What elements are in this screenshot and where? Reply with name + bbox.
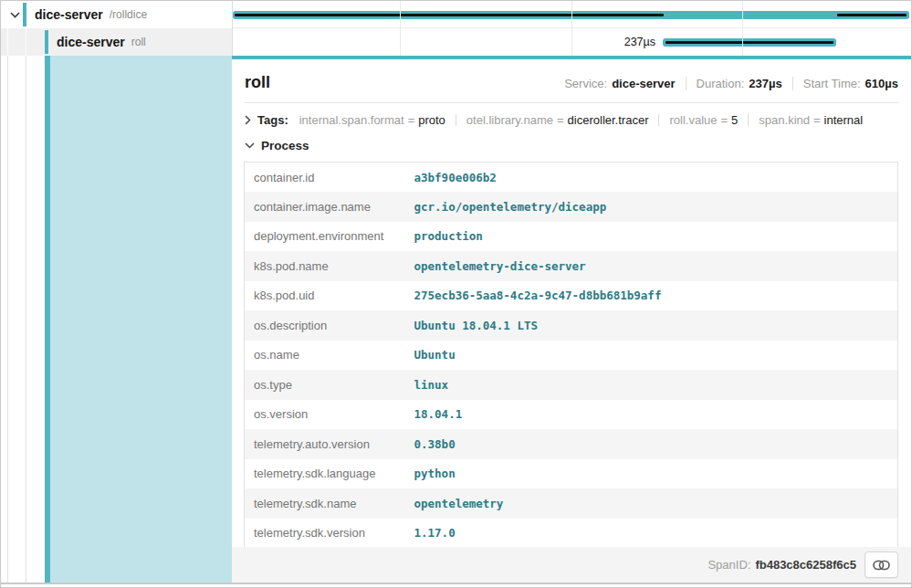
table-row: os.typelinux	[245, 370, 898, 400]
process-value: 1.17.0	[405, 519, 898, 549]
timeline-gridline	[571, 1, 572, 56]
table-row: os.version18.04.1	[245, 400, 898, 430]
service-value: dice-server	[612, 77, 675, 90]
tag-value: internal	[824, 113, 864, 127]
process-value: 0.38b0	[405, 429, 898, 459]
tag-item: otel.library.name=diceroller.tracer	[446, 113, 649, 127]
tag-equals: =	[813, 113, 821, 127]
process-key: k8s.pod.uid	[245, 281, 405, 311]
tag-key: internal.span.format	[299, 113, 404, 127]
tag-value: proto	[418, 113, 446, 127]
process-key: os.version	[245, 400, 405, 430]
process-section-label: Process	[261, 139, 309, 152]
tags-list: internal.span.format=proto otel.library.…	[299, 113, 864, 127]
span-detail-panel: roll Service: dice-server Duration: 237µ…	[232, 59, 911, 583]
link-icon	[873, 560, 890, 571]
tag-item: roll.value=5	[648, 113, 738, 127]
spanid-label: SpanID:	[708, 558, 750, 572]
timeline-gridline	[742, 1, 743, 56]
spanid-value: fb483c8c6258f6c5	[755, 558, 856, 572]
span-color-bar	[45, 30, 48, 54]
start-time-value: 610µs	[865, 77, 898, 90]
process-key: telemetry.sdk.language	[245, 459, 405, 489]
process-value: linux	[405, 370, 898, 400]
column-divider	[232, 1, 233, 56]
panel-bottom-border	[1, 583, 911, 584]
process-value: gcr.io/opentelemetry/diceapp	[405, 192, 898, 222]
process-key: container.id	[245, 163, 405, 193]
process-key: telemetry.auto.version	[245, 429, 405, 459]
tag-item: span.kind=internal	[738, 113, 863, 127]
process-key: os.description	[245, 310, 405, 341]
trace-row-roll[interactable]: dice-server roll 237µs	[1, 28, 911, 56]
table-row: k8s.pod.nameopentelemetry-dice-server	[245, 251, 898, 281]
span-bar-self-segment	[666, 41, 833, 44]
overview-divider	[792, 77, 793, 90]
process-value: 275ecb36-5aa8-4c2a-9c47-d8bb681b9aff	[405, 281, 898, 311]
span-overview: Service: dice-server Duration: 237µs Sta…	[564, 77, 898, 90]
operation-name: roll	[131, 36, 146, 48]
process-key-value-table: container.ida3bf90e006b2 container.image…	[244, 162, 898, 549]
table-row: os.nameUbuntu	[245, 341, 898, 371]
span-name-cell-rolldice[interactable]: dice-server /rolldice	[1, 1, 232, 28]
tag-key: otel.library.name	[466, 113, 553, 127]
process-value: python	[405, 459, 898, 489]
duration-value: 237µs	[749, 77, 781, 90]
process-key: os.type	[245, 370, 405, 400]
indent-guides	[1, 28, 45, 56]
span-duration-label: 237µs	[577, 36, 655, 48]
overview-divider	[686, 77, 687, 90]
table-row: os.descriptionUbuntu 18.04.1 LTS	[245, 310, 898, 341]
tag-equals: =	[557, 113, 564, 127]
selected-span-highlight	[50, 56, 232, 583]
table-row: container.image.namegcr.io/opentelemetry…	[245, 192, 898, 222]
span-detail-header: roll Service: dice-server Duration: 237µ…	[232, 59, 911, 92]
process-key: telemetry.sdk.name	[245, 488, 405, 519]
tag-value: 5	[731, 113, 738, 127]
tags-section-toggle[interactable]: Tags: internal.span.format=proto otel.li…	[232, 103, 911, 127]
span-detail-footer: SpanID: fb483c8c6258f6c5	[232, 547, 911, 583]
process-key: deployment.environment	[245, 222, 405, 252]
process-value: opentelemetry-dice-server	[405, 251, 898, 281]
process-section-toggle[interactable]: Process	[232, 127, 911, 159]
span-title: roll	[245, 73, 270, 92]
table-row: deployment.environmentproduction	[245, 222, 898, 252]
process-value: production	[405, 222, 898, 252]
start-time-label: Start Time:	[803, 77, 861, 90]
process-value: a3bf90e006b2	[405, 163, 898, 193]
operation-name: /rolldice	[110, 8, 147, 21]
chevron-down-icon[interactable]	[6, 12, 23, 18]
tag-key: span.kind	[759, 113, 810, 127]
tag-equals: =	[408, 113, 415, 127]
tag-value: diceroller.tracer	[568, 113, 649, 127]
span-bar-roll[interactable]	[663, 38, 836, 47]
span-bar-self-segment	[837, 14, 907, 16]
trace-row-rolldice[interactable]: dice-server /rolldice	[1, 1, 911, 28]
tag-key: roll.value	[669, 113, 717, 127]
process-key: k8s.pod.name	[245, 251, 405, 281]
process-value: Ubuntu 18.04.1 LTS	[405, 310, 898, 341]
table-row: telemetry.sdk.nameopentelemetry	[245, 488, 898, 519]
process-value: Ubuntu	[405, 341, 898, 371]
process-key: telemetry.sdk.version	[245, 519, 405, 549]
trace-timeline-rows: dice-server /rolldice dice-server roll	[1, 1, 911, 56]
table-row: telemetry.sdk.version1.17.0	[245, 519, 898, 549]
span-bar-self-segment	[235, 14, 664, 16]
table-row: telemetry.auto.version0.38b0	[245, 429, 898, 459]
span-link-button[interactable]	[865, 551, 898, 578]
table-row: telemetry.sdk.languagepython	[245, 459, 898, 489]
chevron-right-icon	[245, 115, 251, 125]
table-row: k8s.pod.uid275ecb36-5aa8-4c2a-9c47-d8bb6…	[245, 281, 898, 311]
timeline-gridline	[400, 1, 401, 56]
process-table-body: container.ida3bf90e006b2 container.image…	[245, 163, 898, 549]
indent-guide	[26, 56, 26, 583]
tag-item: internal.span.format=proto	[299, 113, 446, 127]
process-value: opentelemetry	[405, 488, 898, 519]
span-color-bar	[23, 3, 26, 26]
span-name-cell-roll[interactable]: dice-server roll	[1, 28, 232, 56]
indent-guide	[7, 56, 8, 583]
tag-divider	[748, 114, 749, 126]
process-key: os.name	[245, 341, 405, 371]
tag-equals: =	[721, 113, 729, 127]
chevron-down-icon	[245, 142, 255, 149]
